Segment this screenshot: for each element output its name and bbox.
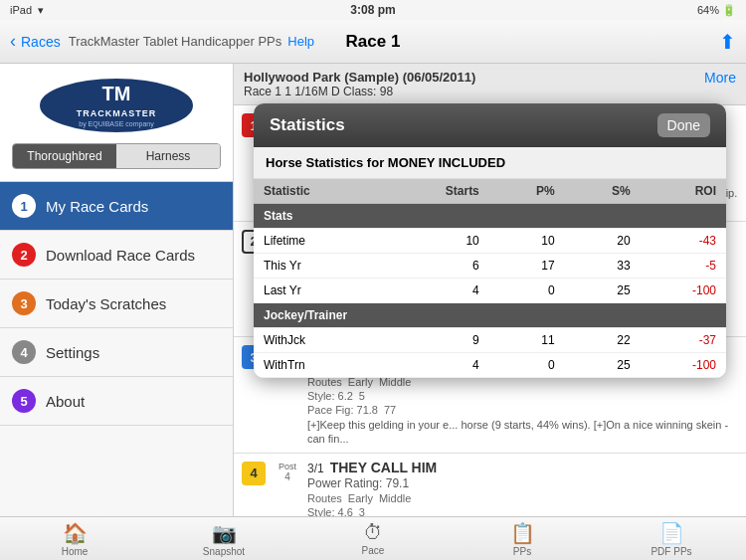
horse-pace-3: Pace Fig: 71.877 — [307, 404, 738, 416]
race-header: Hollywood Park (Sample) (06/05/2011) Rac… — [234, 64, 746, 105]
tab-pdf-pps[interactable]: 📄 PDF PPs — [597, 517, 746, 561]
col-roi: ROI — [641, 179, 726, 204]
horse-stats-4: RoutesEarlyMiddle — [307, 492, 738, 504]
done-button[interactable]: Done — [657, 113, 710, 137]
trackmaster-logo: TM TRACKMASTER by EQUIBASE company — [37, 77, 196, 134]
pace-icon: ⏱ — [363, 521, 383, 544]
horse-comment-3: [+]Keep this gelding in your e... horse … — [307, 418, 738, 447]
horse-stats-vals-4: Style: 4.63 — [307, 506, 738, 516]
stat-roi-lastyr: -100 — [641, 279, 726, 303]
col-starts: Starts — [384, 179, 489, 204]
tab-bar: 🏠 Home 📷 Snapshot ⏱ Pace 📋 PPs 📄 PDF PPs — [0, 516, 746, 560]
stat-s-lifetime: 20 — [565, 229, 641, 254]
tab-snapshot-label: Snapshot — [203, 546, 245, 557]
menu-badge-3: 3 — [12, 291, 36, 315]
logo-area: TM TRACKMASTER by EQUIBASE company Thoro… — [0, 64, 233, 182]
stat-row-withjck: WithJck 9 11 22 -37 — [254, 328, 726, 353]
section-label-jockey-trainer: Jockey/Trainer — [254, 303, 726, 328]
thoroughbred-tab[interactable]: Thoroughbred — [13, 144, 116, 168]
stat-row-withtrn: WithTrn 4 0 25 -100 — [254, 353, 726, 378]
statistics-overlay: Statistics Done Horse Statistics for MON… — [254, 103, 726, 378]
col-p: P% — [489, 179, 565, 204]
page-title: Race 1 — [346, 32, 401, 52]
sidebar-label-settings: Settings — [46, 344, 99, 361]
tab-pace[interactable]: ⏱ Pace — [298, 517, 448, 560]
status-bar: iPad ▾ 3:08 pm 64% 🔋 — [0, 0, 746, 20]
col-s: S% — [565, 179, 641, 204]
chevron-icon — [10, 31, 19, 52]
section-header-jockey-trainer: Jockey/Trainer — [254, 303, 726, 328]
tab-pace-label: Pace — [362, 545, 385, 556]
device-label: iPad — [10, 4, 32, 16]
stats-subtitle: Horse Statistics for MONEY INCLUDED — [254, 147, 726, 179]
sidebar-item-download-race-cards[interactable]: 2 Download Race Cards — [0, 231, 233, 280]
stat-label-withjck: WithJck — [254, 328, 384, 353]
share-button[interactable]: ⬆ — [719, 30, 736, 54]
track-info: Hollywood Park (Sample) (06/05/2011) Rac… — [244, 70, 475, 98]
stat-p-withtrn: 0 — [489, 353, 565, 378]
tab-home[interactable]: 🏠 Home — [0, 517, 149, 561]
sidebar-label-todays-scratches: Today's Scratches — [46, 295, 166, 312]
svg-text:by EQUIBASE company: by EQUIBASE company — [79, 120, 154, 128]
content-area: Hollywood Park (Sample) (06/05/2011) Rac… — [234, 64, 746, 516]
table-row: 4 Post4 3/1 THEY CALL HIM Power Rating: … — [234, 454, 746, 516]
menu-badge-5: 5 — [12, 389, 36, 413]
stat-label-withtrn: WithTrn — [254, 353, 384, 378]
sidebar-item-my-race-cards[interactable]: 1 My Race Cards — [0, 182, 233, 231]
stat-p-lastyr: 0 — [489, 279, 565, 303]
col-statistic: Statistic — [254, 179, 384, 204]
race-info: Race 1 1 1/16M D Class: 98 — [244, 85, 475, 98]
horse-stats-vals-3: Style: 6.25 — [307, 390, 738, 402]
stat-s-thisyr: 33 — [565, 254, 641, 279]
stat-starts-withjck: 9 — [384, 328, 489, 353]
horse-odds-4: 3/1 — [307, 462, 324, 475]
status-time: 3:08 pm — [350, 3, 395, 17]
snapshot-icon: 📷 — [212, 521, 237, 545]
more-button[interactable]: More — [704, 70, 736, 86]
pdf-pps-icon: 📄 — [659, 521, 684, 545]
harness-tab[interactable]: Harness — [116, 144, 220, 168]
stat-starts-lastyr: 4 — [384, 279, 489, 303]
stat-roi-lifetime: -43 — [641, 229, 726, 254]
nav-bar: Races TrackMaster Tablet Handicapper PPs… — [0, 20, 746, 64]
section-label-stats: Stats — [254, 204, 726, 229]
tab-pps[interactable]: 📋 PPs — [448, 517, 597, 561]
menu-badge-2: 2 — [12, 243, 36, 267]
stats-title: Statistics — [270, 115, 345, 135]
stat-row-lastyr: Last Yr 4 0 25 -100 — [254, 279, 726, 303]
sidebar-item-about[interactable]: 5 About — [0, 377, 233, 426]
sidebar: TM TRACKMASTER by EQUIBASE company Thoro… — [0, 64, 234, 516]
tab-pdf-pps-label: PDF PPs — [651, 546, 691, 557]
menu-badge-1: 1 — [12, 194, 36, 218]
logo: TM TRACKMASTER by EQUIBASE company — [37, 76, 196, 135]
stat-s-withjck: 22 — [565, 328, 641, 353]
stat-row-lifetime: Lifetime 10 10 20 -43 — [254, 229, 726, 254]
tab-snapshot[interactable]: 📷 Snapshot — [149, 517, 298, 561]
segment-control: Thoroughbred Harness — [12, 143, 221, 169]
stat-p-thisyr: 17 — [489, 254, 565, 279]
stat-roi-withjck: -37 — [641, 328, 726, 353]
sidebar-label-about: About — [46, 393, 85, 410]
stat-p-withjck: 11 — [489, 328, 565, 353]
back-button[interactable]: Races — [10, 31, 61, 52]
stat-p-lifetime: 10 — [489, 229, 565, 254]
sidebar-item-todays-scratches[interactable]: 3 Today's Scratches — [0, 280, 233, 328]
stat-row-thisyr: This Yr 6 17 33 -5 — [254, 254, 726, 279]
sidebar-item-settings[interactable]: 4 Settings — [0, 328, 233, 377]
back-label[interactable]: Races — [21, 34, 61, 50]
tab-pps-label: PPs — [513, 546, 531, 557]
stat-s-lastyr: 25 — [565, 279, 641, 303]
main-layout: TM TRACKMASTER by EQUIBASE company Thoro… — [0, 64, 746, 516]
help-button[interactable]: Help — [287, 34, 314, 49]
stat-starts-withtrn: 4 — [384, 353, 489, 378]
tab-home-label: Home — [62, 546, 89, 557]
home-icon: 🏠 — [63, 521, 88, 545]
pps-icon: 📋 — [510, 521, 535, 545]
stats-table: Statistic Starts P% S% ROI Stats Lifetim… — [254, 179, 726, 378]
battery-label: 64% 🔋 — [697, 4, 736, 17]
horse-name-4: THEY CALL HIM — [330, 460, 438, 475]
stat-s-withtrn: 25 — [565, 353, 641, 378]
horse-post-4: Post4 — [274, 462, 301, 482]
stat-roi-thisyr: -5 — [641, 254, 726, 279]
stats-header: Statistics Done — [254, 103, 726, 147]
